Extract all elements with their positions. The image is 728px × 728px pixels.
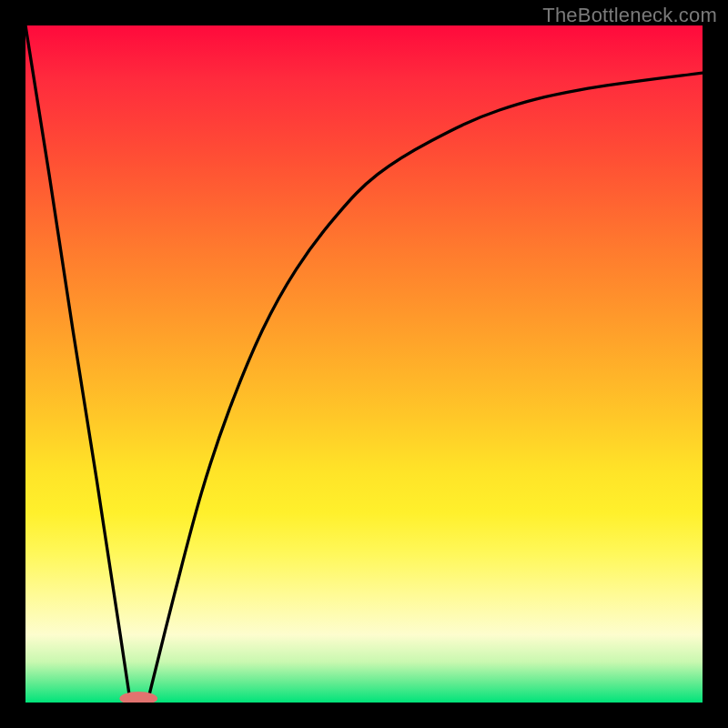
curve-left-branch	[25, 25, 130, 703]
optimal-point-marker	[119, 692, 157, 703]
curve-layer	[25, 25, 703, 703]
watermark-text: TheBottleneck.com	[542, 4, 717, 27]
chart-frame: TheBottleneck.com	[0, 0, 728, 728]
plot-area	[25, 25, 703, 703]
curve-right-branch	[147, 73, 703, 703]
